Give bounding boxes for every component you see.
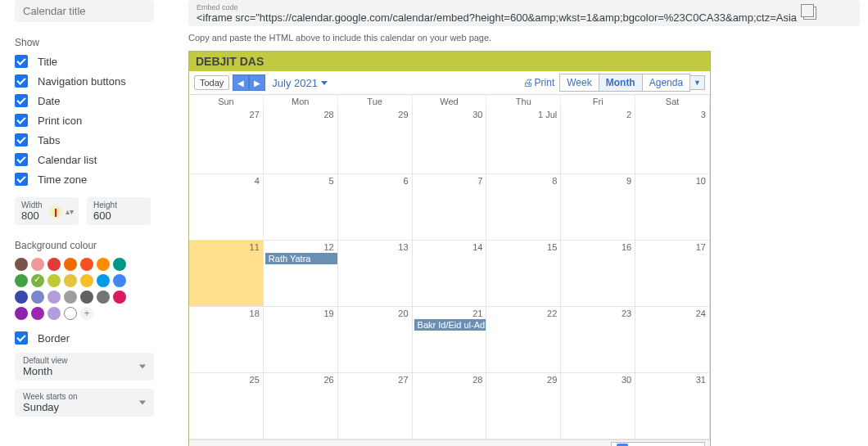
show-checkbox[interactable] (15, 153, 28, 166)
date-number: 20 (398, 309, 408, 318)
color-swatch[interactable] (15, 274, 28, 287)
date-number: 1 Jul (538, 110, 557, 119)
calendar-cell[interactable]: 13 (338, 241, 413, 307)
today-button[interactable]: Today (194, 75, 229, 90)
calendar-cell[interactable]: 23 (561, 307, 635, 373)
copy-icon[interactable] (803, 7, 816, 20)
calendar-cell[interactable]: 8 (486, 174, 561, 241)
show-checkbox[interactable] (15, 74, 28, 88)
calendar-cell[interactable]: 11 (189, 241, 264, 307)
calendar-cell[interactable]: 22 (486, 307, 561, 373)
color-swatch[interactable] (31, 307, 44, 320)
calendar-cell[interactable]: 10 (635, 174, 710, 241)
calendar-cell[interactable]: 30 (413, 108, 487, 174)
color-swatch[interactable] (113, 258, 126, 271)
chevron-down-icon (139, 401, 146, 405)
date-number: 8 (552, 176, 557, 186)
calendar-cell[interactable]: 31 (635, 373, 710, 439)
color-swatch[interactable] (80, 274, 93, 287)
show-checkbox[interactable] (15, 55, 28, 68)
calendar-cell[interactable]: 3 (635, 108, 710, 174)
calendar-cell[interactable]: 20 (338, 307, 413, 373)
calendar-cell[interactable]: 16 (561, 241, 635, 307)
week-starts-select[interactable]: Week starts on Sunday (15, 389, 154, 417)
print-link[interactable]: 🖨 Print (523, 77, 555, 88)
calendar-cell[interactable]: 29 (338, 108, 413, 174)
calendar-event[interactable]: Rath Yatra (265, 253, 337, 264)
color-swatch[interactable] (47, 258, 61, 271)
color-swatch-white[interactable] (64, 307, 77, 320)
calendar-cell[interactable]: 6 (338, 174, 413, 241)
color-swatch[interactable] (47, 291, 61, 304)
color-swatch[interactable] (31, 291, 44, 304)
show-checkbox[interactable] (15, 114, 28, 127)
calendar-cell[interactable]: 15 (486, 241, 561, 307)
calendar-cell[interactable]: 25 (189, 373, 264, 439)
color-swatch[interactable] (31, 258, 44, 271)
view-tab-agenda[interactable]: Agenda (643, 74, 690, 92)
weekday-header: Fri (561, 95, 635, 108)
calendar-cell[interactable]: 27 (189, 108, 264, 174)
calendar-cell[interactable]: 28 (264, 108, 338, 174)
show-check-label: Calendar list (38, 154, 97, 166)
calendar-cell[interactable]: 12Rath Yatra (264, 241, 338, 307)
calendar-title-input[interactable] (15, 0, 154, 22)
calendar-cell[interactable]: 21Bakr Id/Eid ul-Ad (413, 307, 487, 373)
color-swatch[interactable] (113, 274, 126, 287)
calendar-cell[interactable]: 1 Jul (486, 108, 561, 174)
next-month-button[interactable]: ▶ (249, 74, 265, 91)
calendar-cell[interactable]: 26 (264, 373, 338, 439)
border-checkbox[interactable] (15, 331, 28, 345)
width-label: Width (21, 200, 72, 209)
color-swatch[interactable] (15, 258, 28, 271)
color-swatch[interactable] (15, 291, 28, 304)
date-number: 3 (701, 110, 706, 119)
width-field[interactable]: Width 800 ▴▾ I (15, 197, 79, 225)
calendar-cell[interactable]: 5 (264, 174, 338, 241)
color-swatch[interactable] (97, 274, 110, 287)
view-tab-month[interactable]: Month (599, 74, 643, 92)
view-tab-week[interactable]: Week (559, 74, 599, 92)
color-swatch[interactable] (15, 307, 28, 320)
calendar-cell[interactable]: 7 (413, 174, 487, 241)
add-color-button[interactable]: + (80, 307, 93, 320)
calendar-cell[interactable]: 28 (413, 373, 487, 439)
color-swatch[interactable] (64, 258, 77, 271)
calendar-cell[interactable]: 29 (486, 373, 561, 439)
color-swatch[interactable] (113, 291, 126, 304)
prev-month-button[interactable]: ◀ (233, 74, 249, 91)
color-swatch[interactable] (80, 291, 93, 304)
height-field[interactable]: Height 600 (87, 197, 151, 225)
calendar-cell[interactable]: 17 (635, 241, 710, 307)
show-checkbox[interactable] (15, 133, 28, 146)
calendar-cell[interactable]: 4 (189, 174, 264, 241)
date-number: 2 (626, 110, 631, 119)
calendar-cell[interactable]: 14 (413, 241, 487, 307)
default-view-select[interactable]: Default view Month (15, 353, 154, 381)
stepper-icon[interactable]: ▴▾ (66, 207, 74, 216)
default-view-value: Month (23, 365, 146, 377)
calendar-event[interactable]: Bakr Id/Eid ul-Ad (414, 319, 486, 331)
show-checkbox[interactable] (15, 173, 28, 186)
color-swatch[interactable] (31, 274, 44, 287)
add-to-google-calendar-button[interactable]: + Google Calendar (611, 442, 705, 446)
date-number: 6 (403, 176, 408, 186)
show-checkbox[interactable] (15, 94, 28, 107)
calendar-cell[interactable]: 2 (561, 108, 635, 174)
color-swatch[interactable] (97, 258, 110, 271)
color-swatch[interactable] (80, 258, 93, 271)
color-swatch[interactable] (64, 274, 77, 287)
color-swatch[interactable] (97, 291, 110, 304)
calendar-cell[interactable]: 27 (338, 373, 413, 439)
month-label[interactable]: July 2021 (272, 77, 328, 89)
calendar-cell[interactable]: 19 (264, 307, 338, 373)
view-dropdown-icon[interactable]: ▼ (690, 75, 705, 90)
color-swatch[interactable] (47, 274, 61, 287)
calendar-cell[interactable]: 30 (561, 373, 635, 439)
color-swatch[interactable] (64, 291, 77, 304)
color-swatch[interactable] (47, 307, 61, 320)
calendar-cell[interactable]: 18 (189, 307, 264, 373)
calendar-cell[interactable]: 9 (561, 174, 635, 241)
calendar-cell[interactable]: 24 (635, 307, 710, 373)
embed-code-field[interactable]: Embed code <iframe src="https://calendar… (188, 0, 860, 26)
